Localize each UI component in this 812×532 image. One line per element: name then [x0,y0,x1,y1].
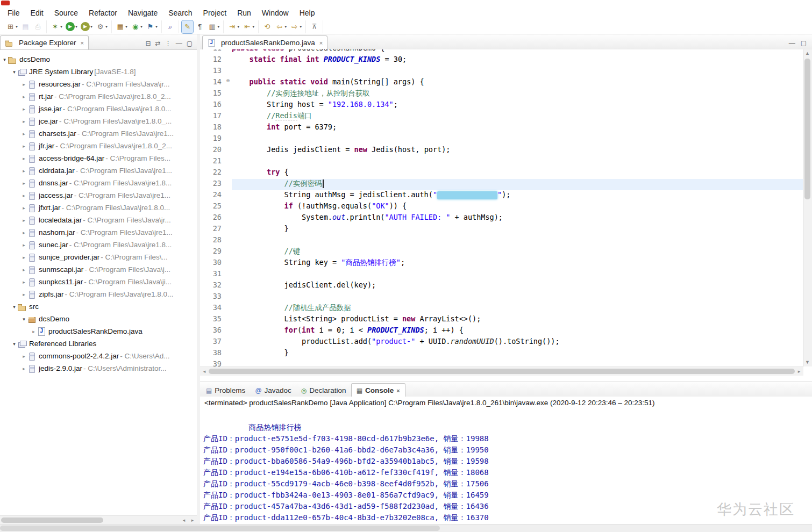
tree-item[interactable]: ▾JRE System Library[JavaSE-1.8] [0,66,197,78]
code-line[interactable]: 18 int port = 6379; [200,123,803,134]
print-button[interactable]: ⎙ [32,20,44,33]
tree-item[interactable]: ▸sunmscapi.jar - C:\Program Files\Java\j… [0,263,197,276]
code-line[interactable]: 31 [200,269,803,281]
pin-editor-button[interactable]: ⊼ [309,20,320,33]
code-line[interactable]: 24 String authMsg = jedisClient.auth("")… [200,190,803,202]
code-line[interactable]: 14⊖ public static void main(String[] arg… [200,77,803,89]
tree-item[interactable]: ▸nashorn.jar - C:\Program Files\Java\jre… [0,226,197,239]
expanded-arrow-icon[interactable]: ▾ [20,317,27,322]
dropdown-arrow-icon[interactable]: ▾ [105,24,108,29]
code-line[interactable]: 12 static final int PRODUCT_KINDS = 30; [200,55,803,66]
scroll-left-icon[interactable]: ◂ [180,517,188,523]
scrollbar-thumb[interactable] [209,369,795,374]
code-line[interactable]: 19 [200,134,803,145]
collapsed-arrow-icon[interactable]: ▸ [20,181,27,186]
scroll-up-icon[interactable]: ▲ [803,49,811,57]
tree-item[interactable]: ▾Referenced Libraries [0,337,197,350]
collapsed-arrow-icon[interactable]: ▸ [30,329,37,334]
expanded-arrow-icon[interactable]: ▾ [11,69,18,75]
code-line[interactable]: 11public class productSalesRankDemo { [200,49,803,55]
run-button[interactable]: ▶▾ [65,20,79,33]
dropdown-arrow-icon[interactable]: ▾ [300,24,302,29]
dropdown-arrow-icon[interactable]: ▾ [252,24,254,29]
code-line[interactable]: 23 //实例密码 [200,179,803,190]
collapsed-arrow-icon[interactable]: ▸ [20,119,27,124]
mark-occurrences-button[interactable]: ✎ [182,20,193,33]
collapsed-arrow-icon[interactable]: ▸ [20,292,27,297]
collapsed-arrow-icon[interactable]: ▸ [20,354,27,359]
view-menu-icon[interactable]: ⋮ [165,40,172,47]
collapsed-arrow-icon[interactable]: ▸ [20,366,27,371]
collapsed-arrow-icon[interactable]: ▸ [20,82,27,87]
tree-item[interactable]: ▸jce.jar - C:\Program Files\Java\jre1.8.… [0,115,197,127]
code-line[interactable]: 26 System.out.println("AUTH FAILED: " + … [200,213,803,224]
scroll-right-icon[interactable]: ▸ [188,517,197,523]
tree-item[interactable]: ▸localedata.jar - C:\Program Files\Java\… [0,214,197,226]
dropdown-arrow-icon[interactable]: ▾ [16,24,18,29]
dropdown-arrow-icon[interactable]: ▾ [90,24,92,29]
collapsed-arrow-icon[interactable]: ▸ [20,279,27,285]
tab-javadoc[interactable]: @Javadoc [250,384,296,397]
new-junit-test-button[interactable]: ⚑▾ [145,20,159,33]
code-editor[interactable]: 11public class productSalesRankDemo {12 … [200,49,803,366]
collapsed-arrow-icon[interactable]: ▸ [20,267,27,272]
dropdown-arrow-icon[interactable]: ▾ [284,24,287,29]
code-line[interactable]: 29 //键 [200,247,803,258]
tree-item[interactable]: ▸productSalesRankDemo.java [0,325,197,337]
collapsed-arrow-icon[interactable]: ▸ [20,143,27,149]
dropdown-arrow-icon[interactable]: ▾ [140,24,143,29]
code-line[interactable]: 35 List<String> productList = new ArrayL… [200,314,803,326]
close-icon[interactable]: × [396,387,400,394]
menu-edit[interactable]: Edit [25,9,49,17]
collapsed-arrow-icon[interactable]: ▸ [20,255,27,260]
next-annotation-button[interactable]: ⇥▾ [226,20,240,33]
close-icon[interactable]: × [81,40,84,46]
code-line[interactable]: 37 productList.add("product-" + UUID.ran… [200,337,803,348]
tree-item[interactable]: ▸jaccess.jar - C:\Program Files\Java\jre… [0,189,197,202]
scroll-right-icon[interactable]: ▸ [795,369,803,374]
new-java-class-button[interactable]: ◉▾ [130,20,144,33]
coverage-button[interactable]: ▶▾ [80,20,94,33]
collapsed-arrow-icon[interactable]: ▸ [20,94,27,99]
scroll-down-icon[interactable]: ▼ [803,358,811,366]
tree-item[interactable]: ▸sunjce_provider.jar - C:\Program Files\… [0,251,197,263]
code-line[interactable]: 36 for(int i = 0; i < PRODUCT_KINDS; i +… [200,326,803,337]
dropdown-arrow-icon[interactable]: ▾ [155,24,158,29]
collapse-all-icon[interactable]: ⊟ [146,40,151,47]
tree-item[interactable]: ▸sunpkcs11.jar - C:\Program Files\Java\j… [0,276,197,288]
expanded-arrow-icon[interactable]: ▾ [1,57,8,62]
maximize-icon[interactable]: ▢ [801,39,807,47]
scrollbar-thumb[interactable] [1,517,103,523]
back-button[interactable]: ⇦▾ [274,20,288,33]
tree-item[interactable]: ▸cldrdata.jar - C:\Program Files\Java\jr… [0,164,197,177]
dropdown-arrow-icon[interactable]: ▾ [237,24,239,29]
expanded-arrow-icon[interactable]: ▾ [11,304,18,310]
menu-source[interactable]: Source [49,9,83,17]
dropdown-arrow-icon[interactable]: ▾ [125,24,127,29]
tree-item[interactable]: ▸dnsns.jar - C:\Program Files\Java\jre1.… [0,177,197,189]
package-explorer-tab[interactable]: Package Explorer × [0,35,89,49]
dropdown-arrow-icon[interactable]: ▾ [217,24,219,29]
scrollbar-thumb[interactable] [0,526,440,531]
code-line[interactable]: 34 //随机生成产品数据 [200,303,803,314]
previous-annotation-button[interactable]: ⇤▾ [241,20,255,33]
tree-item[interactable]: ▸jfxrt.jar - C:\Program Files\Java\jre1.… [0,202,197,214]
code-line[interactable]: 17 //Redis端口 [200,111,803,123]
collapsed-arrow-icon[interactable]: ▸ [20,193,27,198]
collapsed-arrow-icon[interactable]: ▸ [20,106,27,112]
collapsed-arrow-icon[interactable]: ▸ [20,242,27,248]
code-line[interactable]: 39 [200,360,803,366]
tree-item[interactable]: ▸sunec.jar - C:\Program Files\Java\jre1.… [0,239,197,251]
menu-project[interactable]: Project [198,9,232,17]
fold-collapse-icon[interactable]: ⊖ [224,77,232,89]
show-whitespace-button[interactable]: ¶ [194,20,205,33]
tree-item[interactable]: ▸charsets.jar - C:\Program Files\Java\jr… [0,127,197,140]
code-line[interactable]: 13 [200,66,803,77]
expanded-arrow-icon[interactable]: ▾ [11,341,18,347]
last-edit-location-button[interactable]: ⟲ [261,20,273,33]
code-line[interactable]: 32 jedisClient.del(key); [200,281,803,292]
menu-search[interactable]: Search [163,9,197,17]
tree-item[interactable]: ▸jsse.jar - C:\Program Files\Java\jre1.8… [0,103,197,115]
collapsed-arrow-icon[interactable]: ▸ [20,131,27,136]
tree-item[interactable]: ▸jfr.jar - C:\Program Files\Java\jre1.8.… [0,140,197,152]
